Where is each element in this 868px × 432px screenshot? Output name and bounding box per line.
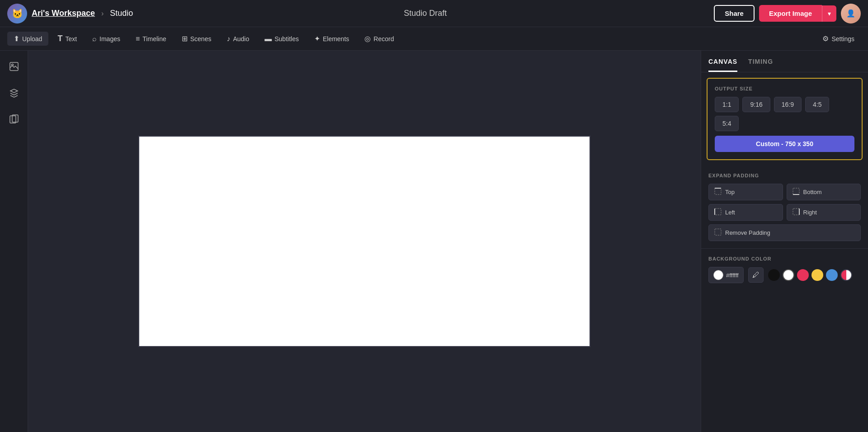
upload-icon: ⬆ [14,34,19,43]
tool-audio[interactable]: ♪ Audio [220,32,255,46]
sidebar-image-btn[interactable] [5,58,24,77]
output-size-section: OUTPUT SIZE 1:1 9:16 16:9 4:5 5:4 Custom… [707,78,863,160]
tool-record[interactable]: ◎ Record [358,32,400,46]
size-buttons: 1:1 9:16 16:9 4:5 5:4 [715,97,854,131]
padding-bottom-icon [793,188,800,196]
canvas-canvas[interactable] [138,136,590,347]
svg-rect-12 [715,229,721,235]
layers-icon [9,88,19,100]
svg-rect-6 [793,188,799,195]
size-5-4[interactable]: 5:4 [715,116,739,131]
color-swatch-input[interactable]: #ffffff [708,267,744,283]
svg-rect-4 [715,188,721,195]
top-nav: 🐱 Ari's Workspace › Studio Studio Draft … [0,0,868,27]
size-9-16[interactable]: 9:16 [742,97,770,112]
padding-left-icon [714,208,722,217]
export-btn-group: Export Image ▾ [759,5,836,22]
padding-remove-btn[interactable]: Remove Padding [708,224,861,241]
bg-color-label: BACKGROUND COLOR [708,256,861,261]
preset-white[interactable] [783,269,794,281]
color-presets [768,269,852,281]
tool-images-label: Images [99,35,120,43]
padding-right-btn[interactable]: Right [787,204,861,221]
eyedropper-button[interactable]: 🖊 [748,267,764,283]
svg-rect-10 [793,209,799,215]
color-row: #ffffff 🖊 [708,267,861,283]
tool-text[interactable]: T Text [51,31,83,46]
custom-size-button[interactable]: Custom - 750 x 350 [715,136,854,152]
tool-upload-label: Upload [22,35,42,43]
settings-icon: ⚙ [822,34,829,43]
scenes-icon: ⊞ [182,34,188,43]
preset-diagonal[interactable] [840,269,852,281]
images-icon: ⌕ [92,35,97,43]
export-dropdown-button[interactable]: ▾ [822,5,836,22]
preset-black[interactable] [768,269,780,281]
tool-settings-label: Settings [831,35,854,43]
user-avatar[interactable]: 👤 [841,4,861,24]
tool-audio-label: Audio [233,35,249,43]
tool-subtitles-label: Subtitles [274,35,299,43]
tool-text-label: Text [65,35,77,43]
tab-canvas[interactable]: CANVAS [708,51,737,72]
hex-value: #ffffff [726,272,739,279]
export-button[interactable]: Export Image [759,5,822,22]
padding-left-btn[interactable]: Left [708,204,783,221]
padding-top-btn[interactable]: Top [708,184,783,200]
padding-remove-label: Remove Padding [725,229,770,236]
right-panel: CANVAS TIMING OUTPUT SIZE 1:1 9:16 16:9 … [701,51,868,432]
tool-scenes[interactable]: ⊞ Scenes [175,32,218,46]
logo-area: 🐱 Ari's Workspace › Studio [7,4,133,24]
sidebar-pages-btn[interactable] [5,110,24,129]
tab-timing[interactable]: TIMING [748,51,773,72]
padding-buttons: Top Bottom [708,184,861,241]
expand-padding-section: EXPAND PADDING Top [701,166,868,249]
tool-upload[interactable]: ⬆ Upload [7,32,48,46]
left-sidebar [0,51,28,432]
nav-actions: Share Export Image ▾ 👤 [714,4,861,24]
breadcrumb-current: Studio [110,9,133,18]
size-16-9[interactable]: 16:9 [774,97,802,112]
eyedropper-icon: 🖊 [752,271,760,279]
elements-icon: ✦ [314,34,320,43]
tool-settings[interactable]: ⚙ Settings [816,32,861,46]
sidebar-layers-btn[interactable] [5,84,24,103]
size-1-1[interactable]: 1:1 [715,97,739,112]
image-icon [9,62,19,74]
subtitles-icon: ▬ [264,35,272,43]
tool-subtitles[interactable]: ▬ Subtitles [258,32,305,46]
tool-scenes-label: Scenes [190,35,212,43]
padding-bottom-label: Bottom [803,189,822,195]
tool-images[interactable]: ⌕ Images [86,32,127,46]
tool-elements[interactable]: ✦ Elements [308,32,355,46]
toolbar: ⬆ Upload T Text ⌕ Images ≡ Timeline ⊞ Sc… [0,27,868,51]
current-color-circle [713,270,723,280]
preset-yellow[interactable] [811,269,823,281]
tool-timeline[interactable]: ≡ Timeline [129,32,173,46]
record-icon: ◎ [364,34,371,43]
canvas-area [28,51,701,432]
size-4-5[interactable]: 4:5 [805,97,829,112]
padding-top-icon [714,188,722,196]
background-color-section: BACKGROUND COLOR #ffffff 🖊 [701,249,868,290]
main-area: CANVAS TIMING OUTPUT SIZE 1:1 9:16 16:9 … [0,51,868,432]
preset-blue[interactable] [826,269,838,281]
pages-icon [9,114,19,126]
breadcrumb-separator: › [101,9,104,18]
svg-rect-8 [715,209,721,215]
panel-tabs: CANVAS TIMING [701,51,868,72]
padding-bottom-btn[interactable]: Bottom [787,184,861,200]
padding-remove-icon [714,228,722,237]
text-icon: T [57,34,62,43]
audio-icon: ♪ [226,35,230,43]
expand-padding-label: EXPAND PADDING [708,173,861,178]
workspace-link[interactable]: Ari's Workspace [32,9,95,18]
user-avatar-inner: 👤 [841,4,861,24]
output-size-label: OUTPUT SIZE [715,86,854,91]
preset-red[interactable] [797,269,809,281]
padding-top-label: Top [725,189,735,195]
share-button[interactable]: Share [714,5,755,22]
tool-elements-label: Elements [323,35,349,43]
doc-title: Studio Draft [144,9,707,18]
timeline-icon: ≡ [136,35,140,43]
